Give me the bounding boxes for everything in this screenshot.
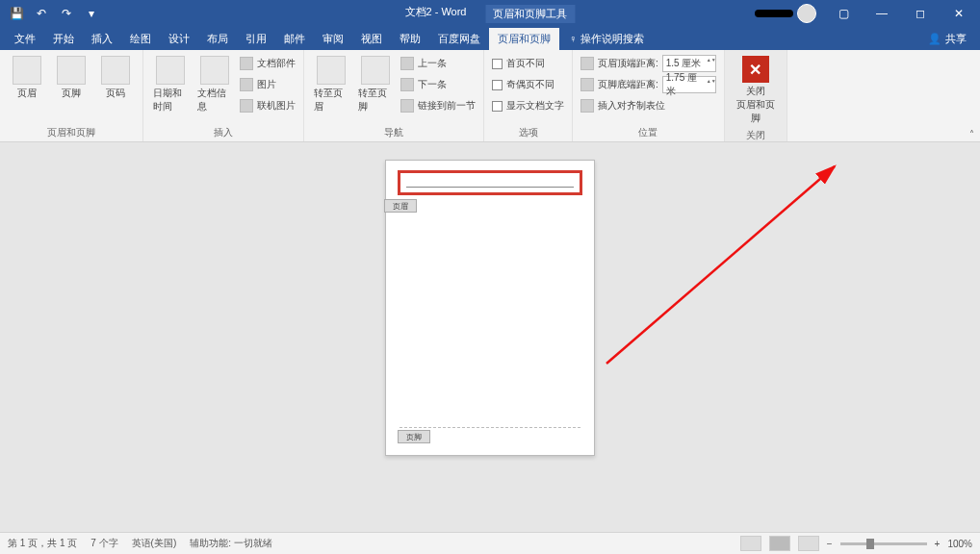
group-label: 页眉和页脚 [8, 124, 135, 139]
page-number-button[interactable]: 页码 [96, 54, 135, 102]
close-icon: ✕ [742, 56, 769, 83]
ribbon-options-icon[interactable]: ▢ [826, 1, 861, 26]
quick-parts-icon [240, 57, 253, 70]
spinner-icon[interactable]: ▲▼ [707, 78, 712, 91]
group-position: 页眉顶端距离:1.5 厘米▲▼ 页脚底端距离:1.75 厘米▲▼ 插入对齐制表位… [573, 50, 725, 141]
undo-icon[interactable]: ↶ [33, 5, 50, 22]
minimize-icon[interactable]: — [864, 1, 899, 26]
header-distance-icon [580, 57, 594, 70]
align-tab-icon [580, 99, 594, 113]
document-page[interactable]: 页眉 页脚 [385, 160, 595, 456]
header-distance-row: 页眉顶端距离:1.5 厘米▲▼ [580, 54, 716, 73]
previous-button[interactable]: 上一条 [400, 54, 476, 73]
picture-icon [240, 78, 253, 91]
date-time-button[interactable]: 日期和时间 [151, 54, 190, 115]
header-icon [13, 56, 41, 85]
document-area: 页眉 页脚 [0, 142, 980, 532]
quick-parts-button[interactable]: 文档部件 [240, 54, 296, 73]
user-account[interactable] [755, 4, 816, 23]
zoom-in-icon[interactable]: + [935, 539, 941, 549]
collapse-ribbon-icon[interactable]: ˄ [969, 129, 974, 139]
status-language[interactable]: 英语(美国) [132, 537, 177, 550]
doc-info-button[interactable]: 文档信息 [195, 54, 234, 115]
header-rule-line [406, 187, 574, 188]
svg-line-0 [606, 166, 835, 364]
footer-button[interactable]: 页脚 [52, 54, 90, 102]
tab-review[interactable]: 审阅 [314, 28, 352, 50]
save-icon[interactable]: 💾 [8, 5, 25, 22]
footer-distance-input[interactable]: 1.75 厘米▲▼ [662, 76, 716, 93]
picture-button[interactable]: 图片 [240, 75, 296, 94]
tab-header-footer[interactable]: 页眉和页脚 [489, 28, 559, 50]
insert-align-tab-button[interactable]: 插入对齐制表位 [580, 96, 716, 115]
tab-file[interactable]: 文件 [6, 28, 44, 50]
show-doc-text-check[interactable]: 显示文档文字 [492, 96, 564, 115]
close-header-footer-button[interactable]: ✕ 关闭 页眉和页脚 [733, 54, 779, 127]
tab-mailings[interactable]: 邮件 [275, 28, 314, 50]
footer-tag: 页脚 [398, 430, 430, 443]
online-picture-button[interactable]: 联机图片 [240, 96, 296, 115]
checkbox-icon [492, 80, 503, 90]
link-previous-button[interactable]: 链接到前一节 [400, 96, 476, 115]
ribbon: 页眉 页脚 页码 页眉和页脚 日期和时间 文档信息 文档部件 图片 联机图片 插… [0, 50, 980, 142]
group-label: 选项 [492, 124, 564, 139]
group-insert: 日期和时间 文档信息 文档部件 图片 联机图片 插入 [143, 50, 304, 141]
tab-references[interactable]: 引用 [237, 28, 275, 50]
goto-footer-button[interactable]: 转至页脚 [356, 54, 395, 115]
tell-me-search[interactable]: ♀ 操作说明搜索 [569, 32, 644, 46]
footer-distance-row: 页脚底端距离:1.75 厘米▲▼ [580, 75, 716, 94]
goto-footer-icon [361, 56, 390, 85]
zoom-level[interactable]: 100% [947, 539, 972, 549]
goto-header-button[interactable]: 转至页眉 [312, 54, 350, 115]
menu-bar: 文件 开始 插入 绘图 设计 布局 引用 邮件 审阅 视图 帮助 百度网盘 页眉… [0, 27, 980, 50]
footer-distance-icon [580, 78, 594, 91]
tab-baidu[interactable]: 百度网盘 [429, 28, 489, 50]
share-button[interactable]: 👤 共享 [928, 32, 980, 46]
zoom-slider[interactable] [840, 542, 927, 545]
contextual-tool-title: 页眉和页脚工具 [485, 5, 575, 23]
tab-insert[interactable]: 插入 [83, 28, 121, 50]
tab-draw[interactable]: 绘图 [121, 28, 160, 50]
redo-icon[interactable]: ↷ [58, 5, 75, 22]
goto-header-icon [317, 56, 346, 85]
tab-home[interactable]: 开始 [44, 28, 83, 50]
header-button[interactable]: 页眉 [8, 54, 46, 102]
header-distance-input[interactable]: 1.5 厘米▲▼ [662, 55, 716, 72]
different-odd-even-check[interactable]: 奇偶页不同 [492, 75, 564, 94]
next-button[interactable]: 下一条 [400, 75, 476, 94]
status-accessibility[interactable]: 辅助功能: 一切就绪 [190, 537, 272, 550]
close-window-icon[interactable]: ✕ [941, 1, 976, 26]
group-label: 导航 [312, 124, 476, 139]
tab-view[interactable]: 视图 [352, 28, 391, 50]
tab-design[interactable]: 设计 [160, 28, 198, 50]
doc-info-icon [200, 56, 229, 85]
group-close: ✕ 关闭 页眉和页脚 关闭 [725, 50, 787, 141]
page-number-icon [101, 56, 130, 85]
document-title: 文档2 - Word [405, 5, 467, 23]
calendar-icon [156, 56, 185, 85]
zoom-thumb[interactable] [866, 539, 874, 549]
group-header-footer: 页眉 页脚 页码 页眉和页脚 [0, 50, 143, 141]
footer-icon [57, 56, 86, 85]
view-print-layout-icon[interactable] [769, 536, 790, 551]
view-web-layout-icon[interactable] [798, 536, 819, 551]
group-label: 位置 [580, 124, 716, 139]
header-highlight-annotation [398, 170, 582, 195]
previous-icon [400, 57, 414, 70]
group-label: 关闭 [733, 127, 779, 142]
tab-layout[interactable]: 布局 [198, 28, 237, 50]
spinner-icon[interactable]: ▲▼ [707, 57, 712, 70]
title-bar: 💾 ↶ ↷ ▾ 文档2 - Word 页眉和页脚工具 ▢ — ◻ ✕ [0, 0, 980, 27]
view-read-mode-icon[interactable] [740, 536, 761, 551]
maximize-icon[interactable]: ◻ [903, 1, 938, 26]
status-word-count[interactable]: 7 个字 [90, 537, 117, 550]
tab-help[interactable]: 帮助 [391, 28, 429, 50]
zoom-out-icon[interactable]: − [827, 539, 833, 549]
avatar [797, 4, 816, 23]
link-icon [400, 99, 414, 113]
different-first-page-check[interactable]: 首页不同 [492, 54, 564, 73]
lightbulb-icon: ♀ [569, 33, 577, 44]
qat-customize-icon[interactable]: ▾ [83, 5, 100, 22]
status-page[interactable]: 第 1 页，共 1 页 [8, 537, 77, 550]
checkbox-icon [492, 59, 503, 69]
